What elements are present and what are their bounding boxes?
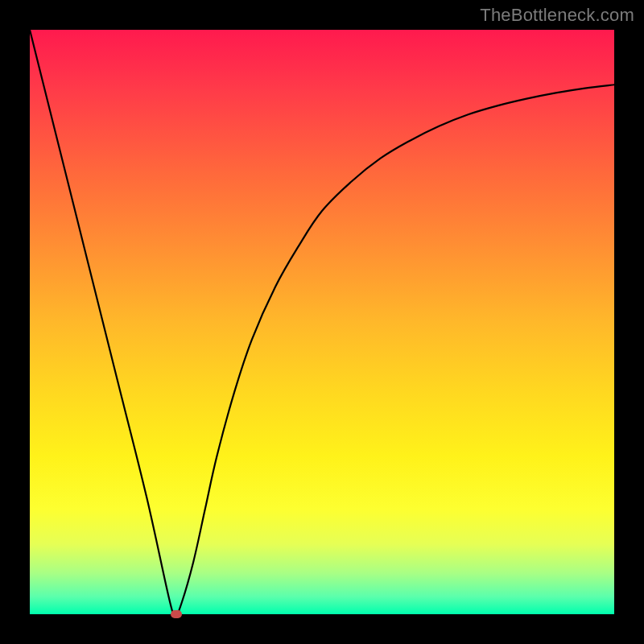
curve-path bbox=[30, 30, 614, 614]
optimal-point-marker bbox=[171, 610, 182, 618]
chart-frame: TheBottleneck.com bbox=[0, 0, 644, 644]
plot-area bbox=[30, 30, 614, 614]
attribution-text: TheBottleneck.com bbox=[480, 5, 634, 26]
bottleneck-curve bbox=[30, 30, 614, 614]
